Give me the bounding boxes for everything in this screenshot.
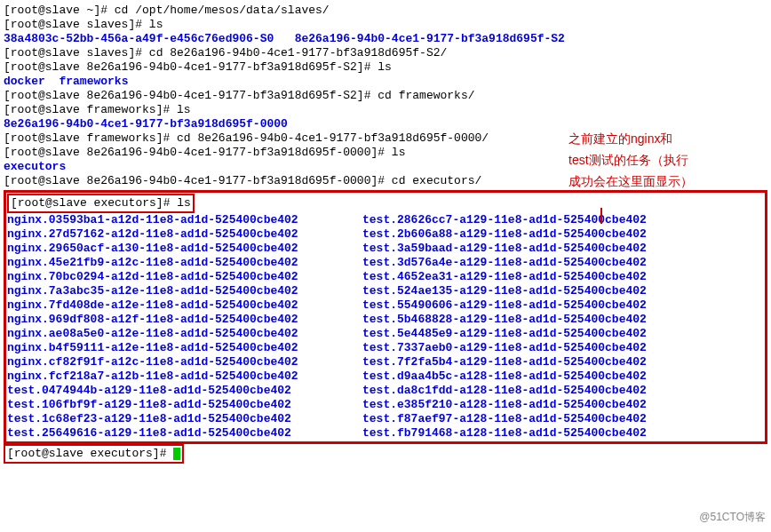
list-item: nginx.ae08a5e0-a12e-11e8-ad1d-525400cbe4…	[7, 327, 362, 341]
list-item: nginx.29650acf-a130-11e8-ad1d-525400cbe4…	[7, 242, 362, 256]
list-item: test.3a59baad-a129-11e8-ad1d-525400cbe40…	[362, 242, 764, 256]
list-item: test.d9aa4b5c-a128-11e8-ad1d-525400cbe40…	[362, 369, 764, 384]
list-item: nginx.cf82f91f-a12c-11e8-ad1d-525400cbe4…	[7, 355, 362, 369]
list-item: test.0474944b-a129-11e8-ad1d-525400cbe40…	[7, 384, 362, 398]
highlighted-output-box: [root@slave executors]# ls nginx.03593ba…	[4, 190, 767, 444]
prompt-box: [root@slave executors]#	[4, 444, 184, 464]
annotation-text: 之前建立的nginx和 test测试的任务（执行 成功会在这里面显示）	[568, 128, 764, 192]
list-item: test.5b468828-a129-11e8-ad1d-525400cbe40…	[362, 313, 764, 327]
annotation-arrow-icon	[600, 208, 602, 224]
terminal-line: [root@slave frameworks]# ls	[4, 103, 767, 117]
ls-output: 38a4803c-52bb-456a-a49f-e456c76ed906-S0 …	[4, 32, 767, 46]
list-item: test.106fbf9f-a129-11e8-ad1d-525400cbe40…	[7, 398, 362, 412]
terminal-line: [root@slave slaves]# cd 8e26a196-94b0-4c…	[4, 46, 767, 60]
list-item: test.f87aef97-a128-11e8-ad1d-525400cbe40…	[362, 412, 764, 426]
terminal-line: [root@slave slaves]# ls	[4, 18, 767, 32]
terminal-line[interactable]: [root@slave executors]#	[4, 444, 767, 464]
list-item: nginx.7fd408de-a12e-11e8-ad1d-525400cbe4…	[7, 298, 362, 313]
terminal-line: [root@slave 8e26a196-94b0-4ce1-9177-bf3a…	[4, 89, 767, 103]
list-item: test.2b606a88-a129-11e8-ad1d-525400cbe40…	[362, 227, 764, 242]
terminal-line: [root@slave 8e26a196-94b0-4ce1-9177-bf3a…	[4, 60, 767, 75]
cursor-icon	[173, 448, 180, 460]
list-item: test.7f2fa5b4-a129-11e8-ad1d-525400cbe40…	[362, 355, 764, 369]
list-item: nginx.b4f59111-a12e-11e8-ad1d-525400cbe4…	[7, 341, 362, 355]
list-item: test.5e4485e9-a129-11e8-ad1d-525400cbe40…	[362, 327, 764, 341]
list-item: test.524ae135-a129-11e8-ad1d-525400cbe40…	[362, 284, 764, 298]
list-item: test.e385f210-a128-11e8-ad1d-525400cbe40…	[362, 398, 764, 412]
list-item: test.55490606-a129-11e8-ad1d-525400cbe40…	[362, 298, 764, 313]
list-item: nginx.969df808-a12f-11e8-ad1d-525400cbe4…	[7, 313, 362, 327]
list-item: test.7337aeb0-a129-11e8-ad1d-525400cbe40…	[362, 341, 764, 355]
list-item: test.da8c1fdd-a128-11e8-ad1d-525400cbe40…	[362, 384, 764, 398]
list-item: test.1c68ef23-a129-11e8-ad1d-525400cbe40…	[7, 412, 362, 426]
list-item: nginx.fcf218a7-a12b-11e8-ad1d-525400cbe4…	[7, 369, 362, 384]
file-list-left: nginx.03593ba1-a12d-11e8-ad1d-525400cbe4…	[7, 213, 362, 441]
file-list-right: test.28626cc7-a129-11e8-ad1d-525400cbe40…	[362, 213, 764, 441]
list-item: nginx.7a3abc35-a12e-11e8-ad1d-525400cbe4…	[7, 284, 362, 298]
list-item: test.3d576a4e-a129-11e8-ad1d-525400cbe40…	[362, 256, 764, 270]
list-item: test.28626cc7-a129-11e8-ad1d-525400cbe40…	[362, 213, 764, 227]
list-item: test.25649616-a129-11e8-ad1d-525400cbe40…	[7, 426, 362, 441]
list-item: nginx.45e21fb9-a12c-11e8-ad1d-525400cbe4…	[7, 256, 362, 270]
terminal-line: [root@slave ~]# cd /opt/home/mesos/data/…	[4, 4, 767, 18]
list-item: test.fb791468-a128-11e8-ad1d-525400cbe40…	[362, 426, 764, 441]
ls-output: docker frameworks	[4, 75, 767, 89]
prompt-box: [root@slave executors]# ls	[7, 194, 195, 213]
list-item: test.4652ea31-a129-11e8-ad1d-525400cbe40…	[362, 270, 764, 284]
list-item: nginx.03593ba1-a12d-11e8-ad1d-525400cbe4…	[7, 213, 362, 227]
list-item: nginx.70bc0294-a12d-11e8-ad1d-525400cbe4…	[7, 270, 362, 284]
list-item: nginx.27d57162-a12d-11e8-ad1d-525400cbe4…	[7, 227, 362, 242]
